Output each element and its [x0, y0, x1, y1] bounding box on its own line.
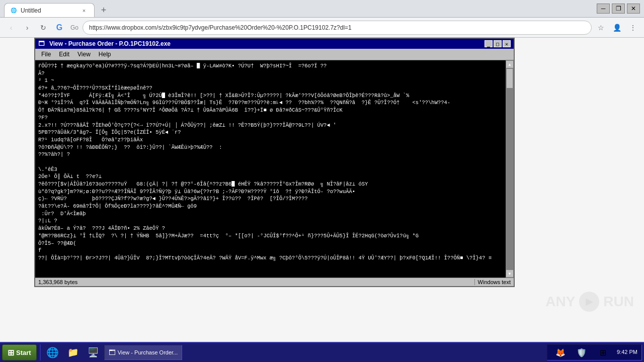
popup-text-display: ŕÕÛ??‡ † æegkay?o°ea)Ú?#???ÿ-?sq?Á?þEÚ|h…: [38, 62, 511, 276]
active-tab[interactable]: 🌐 Untitled ×: [4, 3, 95, 17]
new-tab-button[interactable]: +: [97, 3, 111, 17]
popup-statusbar: 1,363,968 bytes Windows text: [35, 278, 514, 286]
system-tray: 🦊 🛡️ ⊞ 9:42 PM: [547, 344, 642, 360]
antivirus-icon: 🛡️: [576, 346, 588, 358]
taskbar-active-window[interactable]: 🗔 View - Purchase Order...: [104, 345, 183, 360]
popup-window: 🗔 View - Purchase Order - P.O.1PC19102.e…: [34, 38, 515, 287]
taskbar-antivirus-icon[interactable]: 🛡️: [573, 345, 591, 360]
popup-menu-view[interactable]: View: [73, 50, 95, 59]
active-window-label: View - Purchase Order...: [118, 349, 178, 355]
popup-menu-edit[interactable]: Edit: [55, 50, 73, 59]
watermark-text2: RUN: [603, 294, 634, 310]
popup-maximize-button[interactable]: □: [494, 40, 502, 47]
taskbar-windows-icon[interactable]: ⊞: [594, 345, 612, 360]
bookmark-button[interactable]: ☆: [594, 21, 608, 35]
start-label: Start: [16, 349, 31, 356]
taskbar-ie-icon[interactable]: 🌐: [44, 345, 62, 360]
browser-content-area: 🗔 View - Purchase Order - P.O.1PC19102.e…: [0, 38, 644, 342]
popup-titlebar: 🗔 View - Purchase Order - P.O.1PC19102.e…: [35, 39, 514, 49]
scroll-track[interactable]: [506, 68, 514, 269]
desktop-icon: 🖥️: [87, 346, 99, 358]
popup-menu-help[interactable]: Help: [95, 50, 115, 59]
popup-scrollbar[interactable]: ▲ ▼: [506, 60, 514, 278]
tab-title: Untitled: [21, 7, 76, 14]
scroll-up-button[interactable]: ▲: [506, 60, 514, 68]
url-text: https://www.dropbox.com/s/zbx9ic9tp7ydvg…: [89, 24, 352, 31]
browser-tab-bar: 🌐 Untitled × + ─ ❐ ✕: [0, 0, 644, 18]
taskbar: ⊞ Start 🌐 📁 🖥️ 🗔 View - Purchase Order..…: [0, 342, 644, 362]
status-file-type: Windows text: [474, 279, 511, 285]
taskbar-explorer-icon[interactable]: 📁: [64, 345, 82, 360]
popup-text-content[interactable]: ŕÕÛ??‡ † æegkay?o°ea)Ú?#???ÿ-?sq?Á?þEÚ|h…: [35, 60, 514, 278]
watermark-play-icon: ▶: [579, 292, 599, 312]
forward-button[interactable]: ›: [20, 21, 34, 35]
home-icon: G: [52, 21, 66, 35]
back-button[interactable]: ‹: [4, 21, 18, 35]
watermark-text1: ANY: [545, 294, 575, 310]
address-bar[interactable]: https://www.dropbox.com/s/zbx9ic9tp7ydvg…: [83, 21, 592, 35]
tab-close-button[interactable]: ×: [80, 7, 88, 15]
sys-tray-icons: 🦊 🛡️ ⊞ 9:42 PM: [547, 344, 642, 360]
taskbar-separator: [40, 344, 41, 360]
status-file-size: 1,363,968 bytes: [38, 279, 77, 285]
windows-icon: ⊞: [597, 346, 609, 358]
popup-minimize-button[interactable]: _: [485, 40, 493, 47]
menu-button[interactable]: ⋮: [626, 21, 640, 35]
user-button[interactable]: 👤: [610, 21, 624, 35]
refresh-button[interactable]: ↻: [36, 21, 50, 35]
tab-list: 🌐 Untitled × +: [4, 0, 111, 17]
ie-icon: 🌐: [47, 346, 59, 358]
browser-restore-button[interactable]: ❐: [612, 4, 625, 14]
start-button[interactable]: ⊞ Start: [2, 344, 37, 360]
system-clock: 9:42 PM: [617, 349, 637, 355]
taskbar-firefox-icon[interactable]: 🦊: [551, 345, 570, 360]
popup-window-controls: _ □ ✕: [485, 40, 511, 47]
popup-title: View - Purchase Order - P.O.1PC19102.exe: [49, 40, 481, 47]
popup-menu-bar: File Edit View Help: [35, 49, 514, 60]
nav-separator: Go: [68, 24, 80, 31]
taskbar-desktop-icon[interactable]: 🖥️: [84, 345, 102, 360]
popup-menu-file[interactable]: File: [37, 50, 55, 59]
browser-minimize-button[interactable]: ─: [597, 4, 610, 14]
browser-nav-bar: ‹ › ↻ G Go https://www.dropbox.com/s/zbx…: [0, 18, 644, 38]
popup-close-button[interactable]: ✕: [503, 40, 511, 47]
explorer-icon: 📁: [67, 346, 79, 358]
firefox-icon: 🦊: [554, 346, 567, 358]
watermark: ANY ▶ RUN: [545, 292, 634, 312]
scroll-down-button[interactable]: ▼: [506, 269, 514, 278]
browser-close-button[interactable]: ✕: [627, 4, 640, 14]
scroll-thumb[interactable]: [506, 68, 513, 88]
